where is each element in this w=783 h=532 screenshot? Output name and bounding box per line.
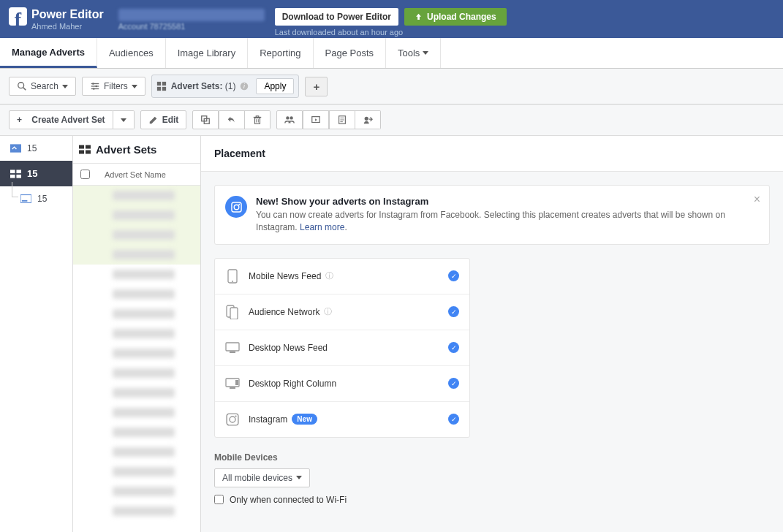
search-button[interactable]: Search — [9, 77, 76, 96]
list-item[interactable] — [73, 205, 200, 225]
instagram-icon — [225, 196, 247, 218]
revert-button[interactable] — [219, 110, 245, 129]
tab-page-posts[interactable]: Page Posts — [314, 38, 387, 68]
learn-more-link[interactable]: Learn more — [300, 222, 344, 232]
export-icon — [363, 115, 373, 125]
checkmark-icon: ✓ — [448, 342, 459, 353]
export-button[interactable] — [355, 110, 381, 129]
nav-campaigns[interactable]: 15 — [0, 136, 72, 161]
checkmark-icon: ✓ — [448, 378, 459, 389]
list-item[interactable] — [73, 225, 200, 245]
svg-point-5 — [92, 83, 94, 85]
placement-label: Desktop News Feed — [249, 343, 328, 353]
preview-icon — [311, 115, 321, 125]
svg-rect-51 — [235, 380, 238, 385]
app-title: Power Editor — [31, 8, 104, 21]
trash-icon — [252, 115, 262, 125]
info-icon: ⓘ — [325, 270, 333, 281]
list-item[interactable] — [73, 403, 200, 422]
main-area: 15 15 15 Advert Sets Advert Set Name — [0, 136, 783, 532]
facebook-logo: f — [9, 7, 27, 26]
svg-point-42 — [234, 205, 239, 210]
svg-rect-53 — [227, 414, 238, 425]
svg-rect-8 — [157, 82, 161, 86]
list-item[interactable] — [73, 343, 200, 363]
svg-rect-34 — [16, 174, 21, 178]
delete-button[interactable] — [245, 110, 271, 129]
list-item[interactable] — [73, 363, 200, 383]
svg-rect-11 — [162, 87, 166, 91]
list-item[interactable] — [73, 284, 200, 304]
wifi-only-checkbox[interactable] — [214, 495, 224, 504]
notice-text: You can now create adverts for Instagram… — [256, 209, 759, 234]
select-all-checkbox[interactable] — [80, 170, 90, 179]
placement-desktop-news-feed[interactable]: Desktop News Feed ✓ — [215, 330, 469, 366]
placement-label: Audience Network — [249, 307, 319, 317]
report-button[interactable] — [329, 110, 355, 129]
download-button[interactable]: Download to Power Editor — [275, 8, 398, 26]
chevron-down-icon — [423, 51, 428, 55]
checkmark-icon: ✓ — [448, 306, 459, 317]
nav-adsets[interactable]: 15 — [0, 161, 72, 186]
adset-icon — [156, 81, 167, 91]
svg-rect-10 — [157, 87, 161, 91]
create-dropdown[interactable] — [113, 110, 135, 129]
create-advert-set-button[interactable]: + Create Advert Set — [9, 110, 113, 129]
svg-point-6 — [95, 86, 97, 88]
svg-marker-24 — [315, 118, 317, 121]
chevron-down-icon — [62, 85, 68, 88]
apply-button[interactable]: Apply — [256, 78, 294, 94]
account-label: Account 78725581 — [118, 22, 186, 31]
svg-point-45 — [232, 281, 233, 282]
svg-rect-48 — [226, 343, 239, 351]
add-filter-button[interactable]: + — [305, 77, 328, 96]
list-item[interactable] — [73, 442, 200, 462]
edit-button[interactable]: Edit — [140, 110, 187, 129]
audience-tool-button[interactable] — [276, 110, 303, 129]
list-item[interactable] — [73, 245, 200, 265]
svg-rect-31 — [10, 170, 15, 173]
placement-label: Desktop Right Column — [249, 379, 336, 389]
adset-icon — [10, 170, 21, 178]
notice-title: New! Show your adverts on Instagram — [256, 196, 759, 207]
svg-rect-38 — [86, 145, 91, 149]
upload-button[interactable]: Upload Changes — [404, 8, 507, 26]
left-nav: 15 15 15 — [0, 136, 73, 532]
list-item[interactable] — [73, 422, 200, 442]
tab-tools[interactable]: Tools — [386, 38, 441, 68]
list-item[interactable] — [73, 186, 200, 205]
nav-ads[interactable]: 15 — [0, 186, 72, 211]
info-icon: i — [240, 82, 249, 91]
tab-image-library[interactable]: Image Library — [166, 38, 248, 68]
close-icon[interactable]: × — [754, 193, 760, 206]
instagram-icon — [225, 412, 240, 427]
svg-point-7 — [93, 88, 95, 90]
list-item[interactable] — [73, 383, 200, 403]
list-item[interactable] — [73, 265, 200, 284]
list-item[interactable] — [73, 501, 200, 521]
list-item[interactable] — [73, 304, 200, 324]
filter-chip-adsets[interactable]: Advert Sets: (1) i Apply — [151, 75, 300, 98]
tab-reporting[interactable]: Reporting — [248, 38, 313, 68]
preview-button[interactable] — [303, 110, 329, 129]
list-item[interactable] — [73, 462, 200, 482]
placement-audience-network[interactable]: Audience Network ⓘ ✓ — [215, 294, 469, 330]
placement-desktop-right-column[interactable]: Desktop Right Column ✓ — [215, 366, 469, 402]
duplicate-button[interactable] — [192, 110, 219, 129]
svg-point-43 — [238, 203, 240, 205]
audience-network-icon — [225, 305, 240, 319]
user-name: Ahmed Maher — [31, 22, 104, 31]
placement-mobile-news-feed[interactable]: Mobile News Feed ⓘ ✓ — [215, 259, 469, 294]
chevron-down-icon — [296, 476, 302, 479]
tab-audiences[interactable]: Audiences — [97, 38, 166, 68]
list-item[interactable] — [73, 482, 200, 501]
checkmark-icon: ✓ — [448, 414, 459, 425]
desktop-icon — [225, 341, 240, 355]
filters-button[interactable]: Filters — [82, 77, 145, 96]
placement-instagram[interactable]: Instagram New ✓ — [215, 402, 469, 437]
tab-manage-adverts[interactable]: Manage Adverts — [0, 38, 97, 68]
list-item[interactable] — [73, 324, 200, 343]
adset-list[interactable] — [73, 186, 200, 532]
instagram-notice: New! Show your adverts on Instagram You … — [214, 185, 770, 245]
mobile-devices-select[interactable]: All mobile devices — [214, 468, 310, 487]
